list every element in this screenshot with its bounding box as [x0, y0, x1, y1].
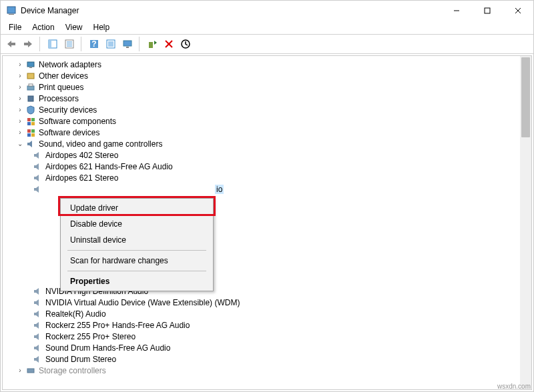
device-label: Airdopes 621 Stereo — [45, 173, 118, 183]
tree-category[interactable]: ›Other devices — [4, 70, 531, 81]
svg-rect-34 — [27, 133, 31, 137]
svg-rect-25 — [27, 86, 34, 90]
menu-properties[interactable]: Properties — [62, 273, 212, 289]
category-label: Processors — [39, 94, 79, 103]
software-icon — [25, 127, 36, 138]
tree-category[interactable]: ›Software components — [4, 115, 531, 127]
menu-uninstall-device[interactable]: Uninstall device — [62, 232, 212, 248]
device-label: Sound Drum Stereo — [45, 355, 116, 364]
speaker-icon — [32, 297, 43, 308]
svg-rect-18 — [149, 42, 153, 48]
tree-device[interactable]: Rockerz 255 Pro+ Stereo — [4, 331, 531, 342]
speaker-icon — [25, 139, 36, 149]
menu-separator — [67, 250, 206, 251]
back-button[interactable] — [3, 36, 19, 52]
chevron-right-icon: › — [16, 83, 24, 91]
category-label: Sound, video and game controllers — [39, 139, 162, 149]
menubar: File Action View Help — [1, 21, 533, 34]
chevron-right-icon: › — [16, 367, 24, 375]
forward-button[interactable] — [20, 36, 36, 52]
properties-button[interactable] — [61, 36, 77, 52]
svg-rect-16 — [123, 41, 131, 46]
speaker-icon — [32, 331, 43, 342]
cpu-icon — [25, 93, 36, 104]
device-label: NVIDIA Virtual Audio Device (Wave Extens… — [45, 298, 240, 307]
category-label: Storage controllers — [39, 366, 106, 375]
menu-action[interactable]: Action — [27, 21, 59, 33]
menu-scan-hardware[interactable]: Scan for hardware changes — [62, 253, 212, 269]
titlebar: Device Manager — [1, 1, 533, 21]
svg-rect-3 — [485, 8, 490, 13]
watermark: wsxdn.com — [497, 383, 531, 390]
speaker-icon — [32, 343, 43, 353]
tree-category[interactable]: ›Storage controllers — [4, 365, 531, 376]
scrollbar[interactable] — [520, 56, 531, 389]
svg-rect-24 — [27, 73, 34, 79]
device-label: Sound Drum Hands-Free AG Audio — [45, 343, 170, 353]
svg-rect-35 — [31, 133, 35, 137]
tree-category[interactable]: ›Print queues — [4, 81, 531, 93]
show-hide-button[interactable] — [45, 36, 61, 52]
window-title: Device Manager — [21, 6, 441, 15]
disable-button[interactable] — [178, 36, 194, 52]
speaker-icon — [32, 173, 43, 183]
tree-device[interactable]: Sound Drum Hands-Free AG Audio — [4, 342, 531, 353]
speaker-icon — [32, 150, 43, 161]
device-label: Rockerz 255 Pro+ Stereo — [45, 332, 136, 341]
tree-device[interactable]: Airdopes 621 Hands-Free AG Audio — [4, 161, 531, 172]
svg-rect-33 — [31, 129, 35, 133]
tree-device[interactable]: Rockerz 255 Pro+ Hands-Free AG Audio — [4, 319, 531, 331]
svg-rect-32 — [27, 129, 31, 133]
chevron-right-icon: › — [16, 129, 24, 137]
tree-device[interactable]: Airdopes 402 Stereo — [4, 149, 531, 161]
scan-button[interactable] — [103, 36, 119, 52]
tree-device[interactable]: Sound Drum Stereo — [4, 353, 531, 365]
tree-category[interactable]: ›Processors — [4, 93, 531, 104]
svg-rect-22 — [27, 62, 34, 67]
network-icon — [25, 59, 36, 70]
app-icon — [6, 5, 17, 16]
menu-view[interactable]: View — [60, 21, 88, 33]
speaker-icon — [32, 184, 43, 195]
tree-category[interactable]: ›Software devices — [4, 127, 531, 138]
window-controls — [441, 1, 533, 21]
help-button[interactable]: ? — [86, 36, 102, 52]
svg-rect-23 — [29, 67, 32, 68]
chevron-right-icon: › — [16, 117, 24, 125]
scrollbar-thumb[interactable] — [521, 57, 530, 137]
close-button[interactable] — [503, 1, 533, 21]
menu-update-driver[interactable]: Update driver — [62, 200, 212, 216]
device-label: Airdopes 402 Stereo — [45, 151, 118, 160]
minimize-button[interactable] — [441, 1, 472, 21]
software-icon — [25, 116, 36, 127]
menu-file[interactable]: File — [3, 21, 27, 33]
chevron-right-icon: › — [16, 61, 24, 69]
speaker-icon — [32, 161, 43, 172]
tree-device[interactable]: NVIDIA Virtual Audio Device (Wave Extens… — [4, 297, 531, 308]
tree-device[interactable]: Airdopes 621 Stereo — [4, 172, 531, 183]
svg-rect-26 — [29, 84, 33, 86]
speaker-icon — [32, 286, 43, 297]
uninstall-button[interactable] — [161, 36, 177, 52]
tree-device-selected[interactable]: io — [4, 183, 531, 195]
toolbar-separator — [39, 37, 43, 51]
menu-help[interactable]: Help — [88, 21, 115, 33]
svg-text:?: ? — [91, 39, 96, 49]
update-driver-button[interactable] — [144, 36, 160, 52]
category-label: Security devices — [39, 105, 97, 115]
tree-device[interactable]: Realtek(R) Audio — [4, 308, 531, 319]
menu-separator — [67, 271, 206, 271]
tree-category-expanded[interactable]: ⌄Sound, video and game controllers — [4, 138, 531, 149]
storage-icon — [25, 365, 36, 376]
monitor-button[interactable] — [119, 36, 136, 52]
toolbar-separator — [81, 37, 84, 51]
content-area: ›Network adapters ›Other devices ›Print … — [2, 55, 532, 390]
menu-disable-device[interactable]: Disable device — [62, 216, 212, 232]
chevron-right-icon: › — [16, 95, 24, 103]
svg-rect-7 — [49, 40, 51, 48]
category-label: Software devices — [39, 128, 99, 137]
tree-category[interactable]: ›Security devices — [4, 104, 531, 115]
shield-icon — [25, 105, 36, 115]
maximize-button[interactable] — [472, 1, 503, 21]
tree-category[interactable]: ›Network adapters — [4, 59, 531, 70]
